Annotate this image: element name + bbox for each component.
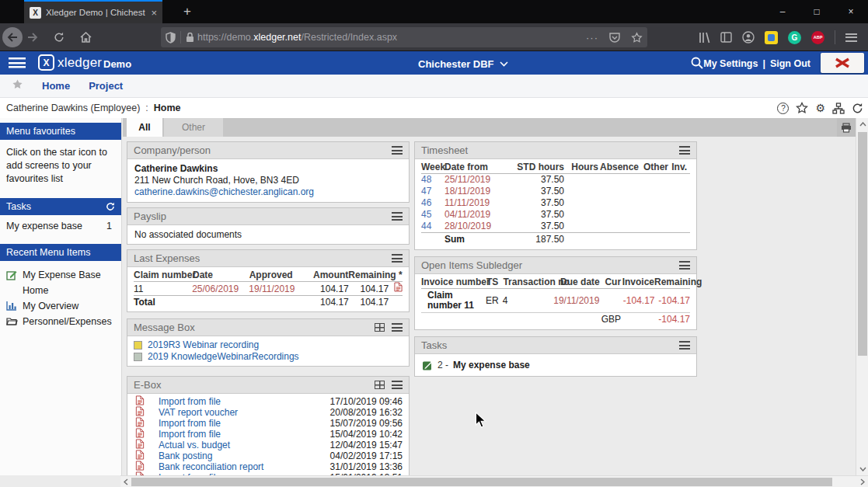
refresh-icon[interactable] (852, 103, 863, 114)
grid-view-icon[interactable] (375, 323, 385, 332)
lock-icon[interactable] (186, 32, 194, 43)
window-minimize-button[interactable]: – (765, 0, 800, 23)
week-link[interactable]: 45 (421, 209, 444, 221)
ebox-item-label[interactable]: Import from file (159, 429, 221, 440)
xledger-logo[interactable]: X xledger (38, 54, 102, 71)
ebox-item-label[interactable]: Bank reconciliation report (159, 461, 263, 472)
nav-item-home[interactable]: Home (42, 80, 70, 92)
pocket-icon[interactable] (609, 32, 620, 43)
browser-tab[interactable]: X Xledger Demo | Chichester DBF × (24, 0, 162, 23)
recent-title: Recent Menu Items (6, 247, 90, 258)
week-link[interactable]: 47 (421, 186, 444, 197)
sidebar-task-count: 1 (106, 221, 112, 231)
account-icon[interactable] (742, 31, 755, 43)
scroll-left-arrow[interactable] (120, 476, 131, 487)
col-header: STD hours (511, 161, 564, 173)
window-close-button[interactable]: × (834, 0, 868, 23)
library-icon[interactable] (699, 32, 710, 43)
scroll-down-arrow[interactable] (856, 463, 868, 475)
scroll-right-arrow[interactable] (857, 476, 868, 487)
tracking-protection-icon[interactable] (166, 32, 176, 43)
adblock-icon[interactable]: ABP (811, 31, 824, 44)
page-actions-icon[interactable]: ··· (586, 32, 598, 43)
message-item[interactable]: 2019R3 Webinar recording (134, 339, 403, 351)
ebox-item-label[interactable]: Import from file (159, 396, 221, 407)
approved-date: 19/11/2019 (249, 284, 305, 295)
panel-menu-icon[interactable] (392, 146, 403, 155)
week-link[interactable]: 44 (421, 221, 444, 232)
sidebar-item-my-expense-base[interactable]: My Expense Base (0, 267, 121, 283)
ebox-item[interactable]: Import from file15/07/2019 09:56 (135, 418, 403, 429)
ebox-item[interactable]: Bank posting04/02/2019 17:15 (135, 450, 403, 461)
horizontal-scrollbar[interactable] (120, 475, 868, 487)
panel-menu-icon[interactable] (392, 212, 403, 221)
entity-selector[interactable]: Chichester DBF (418, 58, 508, 70)
panel-menu-icon[interactable] (679, 261, 690, 270)
bookmark-star-icon[interactable] (631, 32, 643, 43)
sign-out-link[interactable]: Sign Out (770, 58, 810, 69)
task-label[interactable]: My expense base (453, 360, 530, 370)
ebox-item-label[interactable]: VAT report voucher (159, 407, 238, 418)
tab-close-icon[interactable]: × (151, 7, 157, 19)
favourite-star-icon[interactable] (12, 78, 23, 93)
panel-last-expenses: Last Expenses Claim number Date Approved… (127, 249, 410, 312)
sidebar-item-home[interactable]: Home (0, 283, 121, 298)
message-link[interactable]: 2019R3 Webinar recording (148, 339, 259, 351)
sidebar-item-personnel-expenses[interactable]: Personnel/Expenses (0, 314, 121, 329)
vertical-scroll-thumb[interactable] (858, 132, 867, 356)
print-button[interactable] (837, 118, 856, 137)
due-date: 19/11/2019 (549, 295, 599, 307)
browser-menu-icon[interactable] (845, 33, 857, 42)
reload-button[interactable] (49, 27, 69, 47)
panel-menu-icon[interactable] (679, 341, 690, 350)
tab-all[interactable]: All (127, 118, 162, 137)
timesheet-header-row: Week Date from STD hours Hours Absence O… (421, 161, 690, 174)
extension-icon[interactable] (765, 31, 778, 44)
sidebar-toggle-icon[interactable] (720, 32, 732, 43)
star-icon[interactable] (796, 102, 808, 114)
nav-item-project[interactable]: Project (89, 80, 123, 92)
task-edit-icon[interactable] (422, 360, 433, 370)
tab-other[interactable]: Other (164, 118, 223, 137)
horizontal-scroll-thumb[interactable] (131, 478, 832, 486)
xledger-favicon: X (30, 7, 41, 19)
window-maximize-button[interactable]: □ (800, 0, 834, 23)
grammarly-icon[interactable]: G (788, 31, 801, 44)
app-menu-icon[interactable] (9, 57, 26, 68)
search-icon[interactable] (691, 57, 703, 72)
sidebar-item-label: My Overview (23, 301, 78, 311)
panel-menu-icon[interactable] (679, 146, 690, 155)
week-link[interactable]: 46 (421, 197, 444, 209)
tasks-refresh-icon[interactable] (106, 202, 115, 211)
ebox-item[interactable]: Import from file17/10/2019 09:46 (135, 396, 403, 407)
ebox-item-label[interactable]: Actual vs. budget (159, 440, 230, 450)
my-settings-link[interactable]: My Settings (703, 58, 758, 69)
message-link[interactable]: 2019 KnowledgeWebinarRecordings (148, 351, 299, 363)
ebox-item-label[interactable]: Bank posting (159, 450, 212, 461)
home-button[interactable] (75, 27, 96, 47)
ebox-item[interactable]: Actual vs. budget12/04/2019 15:47 (135, 440, 403, 450)
panel-menu-icon[interactable] (392, 254, 403, 263)
pdf-icon[interactable] (389, 282, 403, 292)
week-link[interactable]: 48 (421, 174, 444, 186)
help-icon[interactable]: ? (777, 103, 789, 114)
message-item[interactable]: 2019 KnowledgeWebinarRecordings (134, 351, 403, 363)
forward-button[interactable] (23, 27, 43, 47)
sitemap-icon[interactable] (832, 103, 845, 114)
panel-menu-icon[interactable] (392, 323, 403, 332)
url-bar[interactable]: https://demo.xledger.net/Restricted/Inde… (161, 27, 647, 47)
grid-view-icon[interactable] (375, 381, 385, 389)
sidebar-task-label[interactable]: My expense base (6, 221, 82, 231)
new-tab-button[interactable]: + (177, 2, 197, 22)
ebox-item[interactable]: VAT report voucher20/08/2019 16:32 (135, 407, 403, 418)
vertical-scrollbar[interactable] (856, 118, 868, 475)
ebox-item[interactable]: Import from file15/04/2019 10:42 (135, 429, 403, 440)
panel-menu-icon[interactable] (392, 381, 403, 389)
gear-icon[interactable]: ⚙ (815, 103, 825, 113)
scroll-up-arrow[interactable] (856, 118, 868, 130)
sidebar-item-my-overview[interactable]: My Overview (0, 298, 121, 314)
person-email-link[interactable]: catherine.dawkins@chichester.anglican.or… (134, 186, 314, 197)
ebox-item-label[interactable]: Import from file (159, 418, 221, 429)
back-button[interactable] (2, 27, 23, 47)
ebox-item[interactable]: Bank reconciliation report31/01/2019 13:… (135, 461, 403, 472)
